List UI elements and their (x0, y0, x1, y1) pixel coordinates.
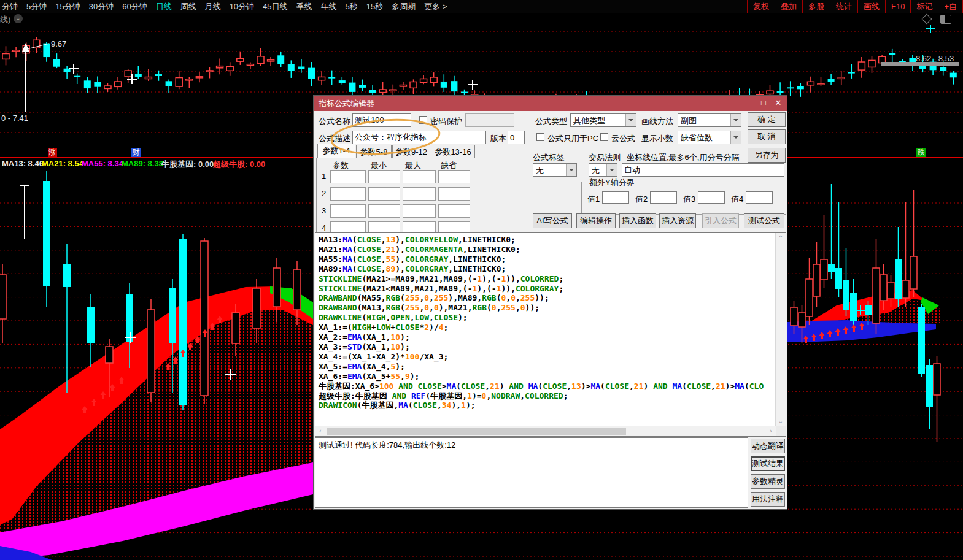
toolbar-button-F10[interactable]: F10 (886, 0, 911, 13)
ybound-input-值1[interactable] (602, 191, 629, 204)
tab-参数9-12[interactable]: 参数9-12 (392, 145, 430, 158)
param-input-r1c1[interactable] (330, 170, 366, 183)
menu-item-分钟[interactable]: 分钟 (2, 1, 18, 12)
formula-name-input[interactable] (352, 113, 411, 127)
save-as-button[interactable]: 另存为 (748, 148, 786, 163)
action-button-编辑操作[interactable]: 编辑操作 (576, 213, 616, 228)
scrollbar-thumb[interactable] (327, 428, 626, 435)
chevron-down-icon[interactable] (730, 114, 741, 126)
menu-item-5分钟[interactable]: 5分钟 (26, 1, 47, 12)
left-price-range: 0 - 7.41 (1, 113, 28, 123)
action-button-插入资源[interactable]: 插入资源 (659, 213, 696, 228)
draw-method-label: 画线方法 (641, 116, 673, 127)
menu-item-日线[interactable]: 日线 (156, 1, 172, 12)
ybound-input-值2[interactable] (650, 191, 677, 204)
cloud-checkbox[interactable] (600, 133, 608, 141)
dialog-title-bar[interactable]: 指标公式编辑器 (314, 96, 787, 111)
menu-item-15秒[interactable]: 15秒 (366, 1, 383, 12)
menu-item-5秒[interactable]: 5秒 (346, 1, 358, 12)
menu-item-10分钟[interactable]: 10分钟 (230, 1, 254, 12)
side-button-参数精灵[interactable]: 参数精灵 (751, 474, 785, 489)
formula-type-value: 其他类型 (573, 115, 605, 126)
code-text: MA13:MA(CLOSE,13),COLORYELLOW,LINETHICK0… (319, 235, 774, 410)
param-input-r3c1[interactable] (330, 204, 366, 218)
menu-item-15分钟[interactable]: 15分钟 (55, 1, 80, 12)
tab-参数5-8[interactable]: 参数5-8 (356, 145, 392, 158)
ybound-label-值1: 值1 (587, 194, 600, 205)
ybound-input-值4[interactable] (746, 191, 773, 204)
rule-select[interactable]: 无 (589, 163, 617, 177)
param-input-r1c2[interactable] (368, 170, 400, 183)
chevron-down-icon[interactable] (606, 164, 617, 176)
cancel-button[interactable]: 取 消 (748, 129, 786, 144)
menu-underline (0, 13, 963, 13)
action-button-测试公式[interactable]: 测试公式 (744, 213, 784, 228)
toolbar-button-多股[interactable]: 多股 (803, 0, 830, 13)
scroll-right-icon[interactable]: › (766, 426, 776, 436)
menu-item-周线[interactable]: 周线 (180, 1, 196, 12)
param-input-r2c1[interactable] (330, 187, 366, 201)
scroll-up-icon[interactable]: ⌃ (776, 233, 786, 243)
menu-item-60分钟[interactable]: 60分钟 (122, 1, 147, 12)
password-checkbox[interactable] (419, 116, 427, 124)
chevron-down-icon[interactable] (625, 114, 636, 126)
tag-select[interactable]: 无 (533, 163, 577, 177)
left-bands (0, 286, 313, 560)
scrollbar-corner (776, 426, 786, 436)
side-button-测试结果[interactable]: 测试结果 (751, 456, 785, 471)
menu-item-多周期[interactable]: 多周期 (392, 1, 416, 12)
menu-item-季线[interactable]: 季线 (296, 1, 312, 12)
menu-item-更多 >[interactable]: 更多 > (424, 1, 447, 12)
side-button-动态翻译[interactable]: 动态翻译 (751, 439, 785, 453)
menu-item-45日线[interactable]: 45日线 (263, 1, 287, 12)
code-editor[interactable]: MA13:MA(CLOSE,13),COLORYELLOW,LINETHICK0… (315, 232, 786, 437)
chevron-down-icon[interactable] (730, 131, 741, 144)
param-input-r1c4[interactable] (438, 170, 470, 183)
toolbar-button-+自[interactable]: +自 (938, 0, 963, 13)
scroll-down-icon[interactable]: ⌄ (776, 416, 786, 426)
decimal-select[interactable]: 缺省位数 (678, 131, 741, 144)
vertical-scrollbar[interactable]: ⌃ ⌄ (775, 233, 786, 426)
formula-type-select[interactable]: 其他类型 (570, 113, 636, 127)
toolbar-button-标记[interactable]: 标记 (911, 0, 938, 13)
param-panel: 参数最小最大缺省1234 (316, 158, 474, 233)
maximize-icon[interactable]: □ (757, 98, 770, 109)
toolbar-button-叠加[interactable]: 叠加 (775, 0, 803, 13)
type-label: 公式类型 (535, 116, 567, 127)
param-input-r2c3[interactable] (403, 187, 436, 201)
version-input[interactable] (508, 131, 525, 144)
toolbar-button-统计[interactable]: 统计 (830, 0, 858, 13)
chevron-down-icon[interactable] (566, 164, 576, 176)
formula-desc-input[interactable] (352, 131, 486, 144)
tab-参数1-4[interactable]: 参数1-4 (317, 144, 355, 158)
param-input-r2c4[interactable] (438, 187, 470, 201)
param-input-r1c3[interactable] (403, 170, 436, 183)
rule-value: 无 (592, 165, 600, 176)
param-input-r2c2[interactable] (368, 187, 400, 201)
action-button-AI写公式[interactable]: AI写公式 (533, 213, 572, 228)
code-line-1: MA13:MA(CLOSE,13),COLORYELLOW,LINETHICK0… (319, 235, 774, 245)
code-line-8: DRAWBAND(MA13,RGB(255,0,0),MA21,RGB(0,25… (319, 303, 774, 313)
axis-position-input[interactable] (622, 163, 784, 177)
horizontal-scrollbar[interactable]: ‹ › (315, 426, 776, 436)
param-input-r3c3[interactable] (403, 204, 436, 218)
ybound-label-值2: 值2 (635, 194, 648, 205)
pc-only-checkbox[interactable] (536, 133, 544, 141)
ok-button[interactable]: 确 定 (748, 112, 786, 127)
param-input-r3c2[interactable] (368, 204, 400, 218)
draw-method-select[interactable]: 副图 (678, 113, 741, 127)
ybound-input-值3[interactable] (698, 191, 725, 204)
param-row-number: 3 (322, 206, 326, 215)
rise-badge: 涨 (48, 148, 57, 157)
toolbar-button-复权[interactable]: 复权 (748, 0, 775, 13)
action-button-插入函数[interactable]: 插入函数 (619, 213, 656, 228)
menu-item-30分钟[interactable]: 30分钟 (89, 1, 114, 12)
toolbar-button-画线[interactable]: 画线 (858, 0, 886, 13)
side-button-用法注释[interactable]: 用法注释 (751, 492, 785, 507)
menu-item-年线[interactable]: 年线 (321, 1, 337, 12)
close-icon[interactable]: ✕ (772, 98, 784, 109)
tab-参数13-16[interactable]: 参数13-16 (431, 145, 475, 158)
param-input-r3c4[interactable] (438, 204, 470, 218)
menu-item-月线[interactable]: 月线 (205, 1, 221, 12)
scroll-left-icon[interactable]: ‹ (315, 426, 325, 436)
